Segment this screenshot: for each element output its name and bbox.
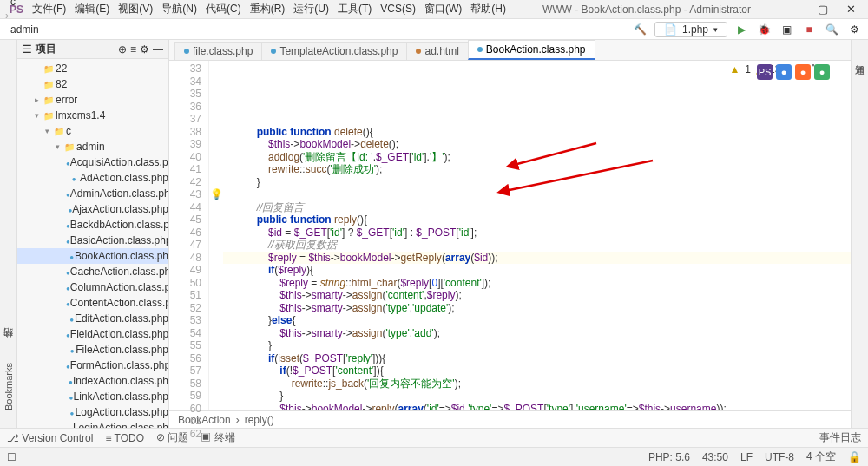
tree-node[interactable]: FormAction.class.php [17,358,168,373]
build-button[interactable]: 🔨 [632,21,649,38]
editor-breadcrumb[interactable]: BookAction › reply() [169,410,851,428]
line-number[interactable]: 61 [169,415,201,428]
line-number[interactable]: 59 [169,390,201,403]
code-line[interactable]: } [223,390,851,403]
tree-node[interactable]: 82 [17,76,168,92]
hide-icon[interactable]: — [153,43,163,56]
tree-arrow-icon[interactable]: ▾ [35,111,43,120]
tree-node[interactable]: LinkAction.class.php [17,389,168,404]
line-number[interactable]: 33 [169,62,201,75]
tree-node[interactable]: FileAction.class.php [17,342,168,358]
tree-node[interactable]: LogAction.class.php [17,404,168,420]
tree-node[interactable]: ▾ lmxcms1.4 [17,108,168,123]
gear-icon[interactable]: ⚙ [140,43,149,56]
tree-node[interactable]: FieldAction.class.php [17,326,168,342]
event-log-tool[interactable]: 事件日志 [819,430,861,445]
tree-node[interactable]: ▾ admin [17,139,168,154]
menu-item[interactable]: 帮助(H) [466,3,510,15]
status-lock-icon[interactable]: 🔓 [848,451,861,463]
code-area[interactable]: ▲1 △13 ✓1 ˄˅ PS●●● public function delet… [223,61,851,410]
editor-tab[interactable]: TemplateAction.class.php [261,42,407,60]
line-number[interactable]: 52 [169,302,201,315]
menu-item[interactable]: VCS(S) [376,3,420,15]
line-number[interactable]: 38 [169,126,201,139]
menu-item[interactable]: 窗口(W) [420,3,466,15]
line-number[interactable]: 46 [169,226,201,240]
code-line[interactable]: if(isset($_POST['reply'])){ [223,352,851,365]
bulb-icon[interactable]: 💡 [210,188,223,200]
line-number[interactable]: 40 [169,151,201,164]
line-number[interactable]: 60 [169,403,201,416]
code-line[interactable]: $this->bookModel->reply(array('id'=>$id,… [223,403,851,411]
code-line[interactable]: } [223,339,851,352]
minimize-button[interactable]: — [783,3,807,16]
locate-icon[interactable]: ⊕ [118,43,127,56]
menu-item[interactable]: 重构(R) [246,3,290,15]
menu-item[interactable]: 工具(T) [333,3,376,15]
editor-tab[interactable]: BookAction.class.php [468,40,595,60]
code-line[interactable]: }else{ [223,314,851,327]
status-pos[interactable]: 43:50 [702,451,728,463]
run-button[interactable]: ▶ [733,21,750,38]
collapse-icon[interactable]: ≡ [130,43,136,56]
tree-node[interactable]: ColumnAction.class.p [17,279,168,295]
vcs-tool[interactable]: ⎇ Version Control [7,432,93,444]
tree-node[interactable]: LoginAction.class.ph [17,420,168,428]
code-line[interactable]: rewrite::js_back('回复内容不能为空'); [223,377,851,391]
menu-item[interactable]: 代码(C) [201,3,246,15]
line-number[interactable]: 50 [169,277,201,290]
tree-arrow-icon[interactable]: ▸ [35,95,43,104]
code-line[interactable]: $this->smarty->assign('type','update'); [223,302,851,315]
status-icon[interactable]: ☐ [7,451,16,463]
tree-arrow-icon[interactable]: ▾ [45,127,54,135]
bookmarks-tool[interactable]: Bookmarks [3,363,14,410]
run-config-dropdown[interactable]: 📄 1.php ▾ [654,22,727,37]
line-number[interactable]: 57 [169,364,201,377]
tree-node[interactable]: AdAction.class.php [17,170,168,186]
tree-node[interactable]: ContentAction.class.p [17,295,168,311]
close-button[interactable]: ✕ [838,3,863,16]
line-number[interactable]: 43 [169,188,201,201]
search-everywhere-icon[interactable]: 🔍 [823,21,840,38]
status-php[interactable]: PHP: 5.6 [648,451,690,463]
line-number[interactable]: 37 [169,113,201,126]
settings-icon[interactable]: ⚙ [845,21,863,38]
status-enc[interactable]: UTF-8 [765,451,794,463]
tree-node[interactable]: EditAction.class.php [17,311,168,326]
line-number[interactable]: 42 [169,176,201,189]
line-number[interactable]: 44 [169,201,201,214]
code-line[interactable]: $this->smarty->assign('content',$reply); [223,289,851,302]
tree-node[interactable]: CacheAction.class.ph [17,264,168,279]
line-number[interactable]: 54 [169,327,201,340]
breadcrumb-item[interactable]: admin [5,22,128,37]
line-number[interactable]: 51 [169,289,201,302]
coverage-button[interactable]: ▣ [778,21,795,38]
editor-tab[interactable]: ad.html [406,42,468,60]
tree-node[interactable]: BackdbAction.class.p [17,217,168,233]
tree-node[interactable]: BookAction.class.ph [17,248,168,264]
menu-item[interactable]: 导航(N) [157,3,201,15]
project-panel-title[interactable]: 项目 [36,42,56,56]
tree-arrow-icon[interactable]: ▾ [56,142,64,151]
tree-node[interactable]: AcquisiAction.class.ph [17,154,168,170]
todo-tool[interactable]: ≡ TODO [105,432,144,444]
line-number[interactable]: 49 [169,264,201,277]
tree-node[interactable]: ▸ error [17,92,168,108]
line-number[interactable]: 62 [169,428,201,441]
editor-tab[interactable]: file.class.php [174,42,262,60]
line-number[interactable]: 56 [169,352,201,365]
tree-node[interactable]: 22 [17,61,168,76]
status-spaces[interactable]: 4 个空 [806,450,836,464]
line-number[interactable]: 35 [169,88,201,101]
code-line[interactable]: if(!$_POST['content']){ [223,364,851,377]
tree-node[interactable]: BasicAction.class.php [17,233,168,248]
tree-node[interactable]: IndexAction.class.ph [17,373,168,389]
breadcrumb-item[interactable]: c [5,0,128,10]
project-tree[interactable]: 22 82 ▸ error ▾ lmxcms1.4 ▾ c ▾ admin Ac… [17,59,168,428]
line-number[interactable]: 34 [169,75,201,89]
line-number[interactable]: 45 [169,213,201,226]
tree-node[interactable]: ▾ c [17,123,168,139]
code-line[interactable]: $this->smarty->assign('type','add'); [223,327,851,340]
line-number[interactable]: 58 [169,377,201,391]
line-number[interactable]: 47 [169,239,201,252]
